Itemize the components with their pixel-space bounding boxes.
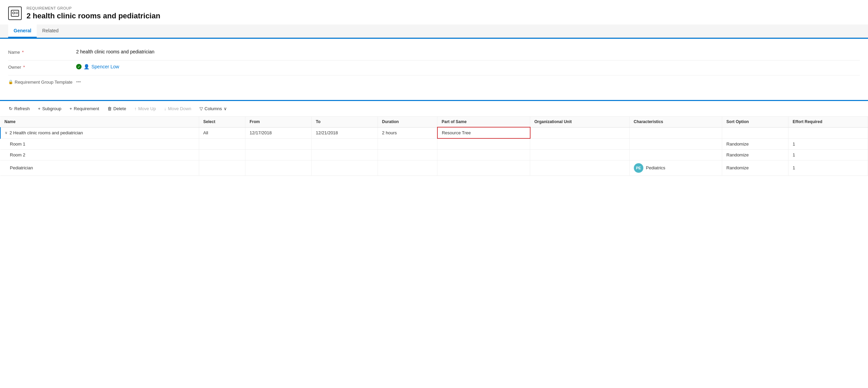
row-main-characteristics [629,127,722,138]
move-down-button[interactable]: ↓ Move Down [161,104,195,113]
move-up-button[interactable]: ↑ Move Up [131,104,159,113]
tab-related[interactable]: Related [37,24,64,38]
table-row[interactable]: Room 2 Randomize 1 [0,149,868,160]
col-from: From [245,117,312,127]
field-name-value[interactable]: 2 health clinic rooms and pediatrician [76,49,860,54]
row-main-part-of-same: Resource Tree [437,127,530,138]
field-name: Name * 2 health clinic rooms and pediatr… [8,46,860,61]
row-room1-org-unit [530,138,629,149]
subgroup-button[interactable]: + Subgroup [35,104,65,113]
row-main-name[interactable]: ∨ 2 Health clinic rooms and pediatrician [0,127,199,138]
field-name-label: Name * [8,49,76,55]
row-room1-name: Room 1 [0,138,199,149]
row-room1-to [312,138,378,149]
table-row[interactable]: Room 1 Randomize 1 [0,138,868,149]
table-section: ↻ Refresh + Subgroup + Requirement 🗑 Del… [0,100,868,176]
row-room1-from [245,138,312,149]
avatar: PE [634,163,643,173]
row-main-select: All [199,127,245,138]
row-pediatrician-from [245,160,312,175]
field-owner: Owner * ✓ 👤 Spencer Low [8,61,860,75]
chevron-down-icon: ∨ [224,106,227,111]
move-down-icon: ↓ [164,106,167,111]
columns-button[interactable]: ▽ Columns ∨ [196,104,230,113]
row-pediatrician-characteristics: PE Pediatrics [629,160,722,175]
row-main-from: 12/17/2018 [245,127,312,138]
characteristics-text: Pediatrics [646,165,665,170]
field-owner-value[interactable]: ✓ 👤 Spencer Low [76,64,860,69]
svg-point-1 [13,12,15,14]
col-characteristics: Characteristics [629,117,722,127]
row-room2-select [199,149,245,160]
requirement-label: Requirement [74,106,99,111]
row-main-org-unit [530,127,629,138]
refresh-button[interactable]: ↻ Refresh [5,104,33,113]
row-room2-duration [378,149,437,160]
row-room1-part-of-same [437,138,530,149]
row-room2-to [312,149,378,160]
row-room2-characteristics [629,149,722,160]
col-duration: Duration [378,117,437,127]
col-org-unit: Organizational Unit [530,117,629,127]
move-down-label: Move Down [168,106,191,111]
check-icon: ✓ [76,64,82,69]
tab-general[interactable]: General [8,24,37,38]
row-pediatrician-sort-option: Randomize [722,160,788,175]
delete-button[interactable]: 🗑 Delete [104,104,130,113]
field-template-value: --- [76,79,860,84]
requirement-icon: + [70,106,72,111]
owner-name[interactable]: Spencer Low [91,64,119,69]
data-table: Name Select From To Duration Part of Sam… [0,117,868,176]
subgroup-icon: + [38,106,41,111]
table-header-row: Name Select From To Duration Part of Sam… [0,117,868,127]
row-room2-part-of-same [437,149,530,160]
col-sort-option: Sort Option [722,117,788,127]
row-room2-org-unit [530,149,629,160]
row-pediatrician-effort-required: 1 [788,160,868,175]
row-main-effort-required [788,127,868,138]
required-indicator-owner: * [23,65,25,70]
row-pediatrician-select [199,160,245,175]
row-name-text: 2 Health clinic rooms and pediatrician [10,130,83,135]
col-name: Name [0,117,199,127]
row-pediatrician-name: Pediatrician [0,160,199,175]
toolbar: ↻ Refresh + Subgroup + Requirement 🗑 Del… [0,101,868,117]
columns-label: Columns [205,106,222,111]
svg-rect-0 [11,10,19,16]
row-room1-effort-required: 1 [788,138,868,149]
refresh-icon: ↻ [9,106,13,111]
row-main-to: 12/21/2018 [312,127,378,138]
row-pediatrician-org-unit [530,160,629,175]
col-effort-required: Effort Required [788,117,868,127]
row-pediatrician-duration [378,160,437,175]
row-room2-effort-required: 1 [788,149,868,160]
header-icon [8,6,22,20]
general-form-section: Name * 2 health clinic rooms and pediatr… [0,38,868,97]
row-pediatrician-to [312,160,378,175]
row-room1-characteristics [629,138,722,149]
row-room2-from [245,149,312,160]
refresh-label: Refresh [14,106,30,111]
delete-label: Delete [114,106,126,111]
row-pediatrician-part-of-same [437,160,530,175]
table-row[interactable]: ∨ 2 Health clinic rooms and pediatrician… [0,127,868,138]
filter-icon: ▽ [199,106,203,111]
col-to: To [312,117,378,127]
field-template-label: 🔒 Requirement Group Template [8,79,76,85]
table-row[interactable]: Pediatrician PE Pediatrics Randomize 1 [0,160,868,175]
tabs-bar: General Related [0,24,868,38]
row-room2-sort-option: Randomize [722,149,788,160]
page-header: REQUIREMENT GROUP 2 health clinic rooms … [0,0,868,24]
row-room2-name: Room 2 [0,149,199,160]
person-icon: 👤 [84,64,89,69]
requirement-button[interactable]: + Requirement [66,104,103,113]
move-up-icon: ↑ [134,106,137,111]
col-select: Select [199,117,245,127]
field-owner-label: Owner * [8,64,76,70]
col-part-of-same: Part of Same [437,117,530,127]
row-room1-sort-option: Randomize [722,138,788,149]
page-title: 2 health clinic rooms and pediatrician [27,12,160,20]
required-indicator: * [22,50,24,55]
page-subtitle: REQUIREMENT GROUP [27,6,160,10]
move-up-label: Move Up [138,106,156,111]
